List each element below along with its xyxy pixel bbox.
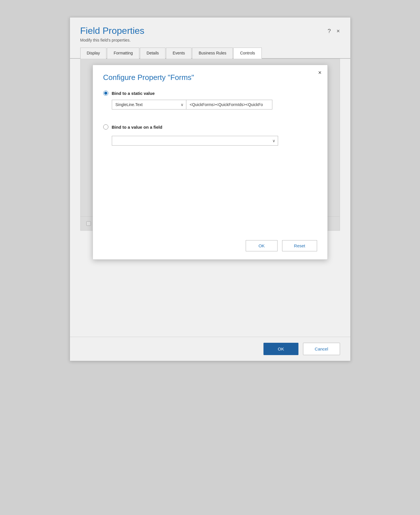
dialog-title: Field Properties [80,26,144,36]
option2-row: Bind to a value on a field [103,124,317,130]
modal-dialog: × Configure Property "Forms" Bind to a s… [93,65,328,260]
dialog-header-left: Field Properties Modify this field's pro… [80,26,144,42]
inner-panel: × Configure Property "Forms" Bind to a s… [80,59,340,231]
modal-title: Configure Property "Forms" [103,73,317,82]
tab-controls[interactable]: Controls [233,48,261,59]
type-select[interactable]: SingleLine.Text MultiLine.Text Lookup Bo… [112,100,186,109]
dialog-header-icons: ? × [328,28,340,34]
tab-business-rules[interactable]: Business Rules [192,48,233,59]
bind-field-radio[interactable] [103,124,108,130]
main-cancel-button[interactable]: Cancel [303,343,340,355]
bind-static-label: Bind to a static value [112,91,155,96]
section-divider [103,118,317,124]
tab-details[interactable]: Details [140,48,165,59]
tab-formatting[interactable]: Formatting [107,48,139,59]
modal-footer: OK Reset [103,232,317,251]
bind-field-label: Bind to a value on a field [112,125,163,130]
modal-reset-button[interactable]: Reset [282,240,317,251]
modal-ok-button[interactable]: OK [246,240,278,251]
tabs-bar: Display Formatting Details Events Busine… [70,47,350,59]
field-select-wrapper [112,136,278,146]
main-footer: OK Cancel [70,337,350,361]
tab-display[interactable]: Display [80,48,107,59]
help-icon[interactable]: ? [328,28,331,34]
option1-controls: SingleLine.Text MultiLine.Text Lookup Bo… [112,100,317,109]
static-value-input[interactable] [186,100,272,109]
tab-events[interactable]: Events [166,48,192,59]
field-select[interactable] [112,136,278,146]
type-select-wrapper: SingleLine.Text MultiLine.Text Lookup Bo… [112,100,186,109]
modal-close-icon[interactable]: × [318,70,322,75]
dialog-subtitle: Modify this field's properties. [80,38,144,42]
field-dropdown-wrapper [112,136,317,146]
main-ok-button[interactable]: OK [263,343,298,355]
close-icon[interactable]: × [337,28,340,34]
main-content-area: × Configure Property "Forms" Bind to a s… [70,59,350,337]
bind-static-radio[interactable] [103,91,108,96]
modal-overlay: × Configure Property "Forms" Bind to a s… [81,59,340,230]
option1-row: Bind to a static value [103,91,317,96]
main-dialog: Field Properties Modify this field's pro… [70,17,351,361]
dialog-header: Field Properties Modify this field's pro… [70,17,350,47]
